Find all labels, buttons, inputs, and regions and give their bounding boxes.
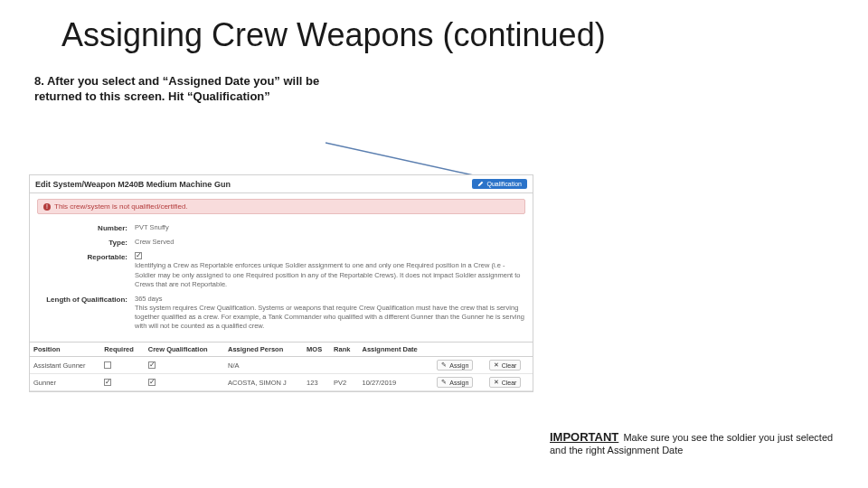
cell-mos xyxy=(303,357,330,374)
reportable-label: Reportable: xyxy=(37,252,135,261)
cell-rank xyxy=(330,357,358,374)
cell-position: Gunner xyxy=(30,374,100,391)
table-row: Assistant Gunner N/A ✎Assign ✕Clear xyxy=(30,357,533,374)
qualification-button-label: Qualification xyxy=(486,181,522,187)
slide-title: Assigning Crew Weapons (continued) xyxy=(0,0,868,54)
col-assignment-date: Assignment Date xyxy=(359,343,434,357)
form-area: Number: PVT Snuffy Type: Crew Served Rep… xyxy=(30,220,533,342)
col-position: Position xyxy=(30,343,100,357)
number-value: PVT Snuffy xyxy=(135,223,525,232)
type-label: Type: xyxy=(37,238,135,247)
required-checkbox[interactable] xyxy=(104,361,111,369)
cell-position: Assistant Gunner xyxy=(30,357,100,374)
cell-assignment-date: 10/27/2019 xyxy=(359,374,434,391)
important-lead: IMPORTANT xyxy=(550,430,618,444)
number-label: Number: xyxy=(37,223,135,232)
table-row: Gunner ACOSTA, SIMON J 123 PV2 10/27/201… xyxy=(30,374,533,391)
not-qualified-alert: ! This crew/system is not qualified/cert… xyxy=(37,199,525,214)
edit-icon: ✎ xyxy=(441,379,447,386)
crew-qual-checkbox[interactable] xyxy=(148,379,156,386)
type-value: Crew Served xyxy=(135,238,525,247)
col-rank: Rank xyxy=(330,343,358,357)
panel-header-title: Edit System/Weapon M240B Medium Machine … xyxy=(35,180,231,189)
alert-text: This crew/system is not qualified/certif… xyxy=(54,202,188,211)
cell-assignment-date xyxy=(359,357,434,374)
crew-qual-checkbox[interactable] xyxy=(148,361,156,369)
assign-button[interactable]: ✎Assign xyxy=(437,360,473,371)
table-header-row: Position Required Crew Qualification Ass… xyxy=(30,343,533,357)
col-required: Required xyxy=(100,343,144,357)
loq-label: Length of Qualification: xyxy=(37,295,135,304)
loq-help-text: This system requires Crew Qualification.… xyxy=(135,304,524,330)
loq-value: 365 days xyxy=(135,295,162,303)
cell-assigned-person: ACOSTA, SIMON J xyxy=(224,374,303,391)
close-icon: ✕ xyxy=(494,361,499,369)
alert-icon: ! xyxy=(43,203,51,211)
cell-assigned-person: N/A xyxy=(224,357,303,374)
edit-weapon-panel: Edit System/Weapon M240B Medium Machine … xyxy=(29,174,533,392)
required-checkbox[interactable] xyxy=(104,379,111,386)
col-assigned-person: Assigned Person xyxy=(224,343,303,357)
cell-rank: PV2 xyxy=(330,374,358,391)
step-8-text: 8. After you select and “Assigned Date y… xyxy=(0,54,362,105)
clear-button[interactable]: ✕Clear xyxy=(489,360,522,371)
panel-header: Edit System/Weapon M240B Medium Machine … xyxy=(30,175,533,193)
edit-icon: ✎ xyxy=(441,361,447,369)
important-note: IMPORTANT Make sure you see the soldier … xyxy=(550,430,848,457)
assign-button[interactable]: ✎Assign xyxy=(437,377,473,388)
clear-button[interactable]: ✕Clear xyxy=(489,377,522,388)
cell-mos: 123 xyxy=(303,374,330,391)
pencil-icon xyxy=(477,181,484,187)
reportable-checkbox[interactable] xyxy=(135,252,142,259)
col-crew-qual: Crew Qualification xyxy=(145,343,224,357)
crew-table: Position Required Crew Qualification Ass… xyxy=(30,342,533,391)
close-icon: ✕ xyxy=(494,379,499,386)
reportable-help-text: Identifying a Crew as Reportable enforce… xyxy=(135,261,521,287)
col-mos: MOS xyxy=(303,343,330,357)
qualification-button[interactable]: Qualification xyxy=(472,179,527,189)
